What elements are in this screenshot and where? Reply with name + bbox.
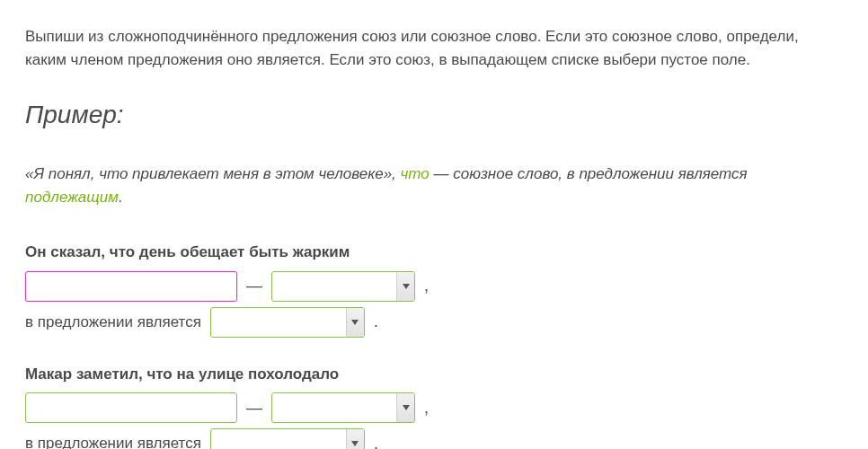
example-block: «Я понял, что привлекает меня в этом чел… [25, 163, 843, 208]
example-mid: — союзное слово, в предложении является [430, 165, 748, 182]
task-sentence: Он сказал, что день обещает быть жарким [25, 241, 843, 264]
type-select[interactable] [271, 392, 415, 423]
example-suffix: . [119, 189, 123, 206]
task-row-2: в предложении является . [25, 428, 843, 449]
answer-input[interactable] [25, 271, 237, 302]
instruction-text: Выпиши из сложноподчинённого предложения… [25, 25, 843, 71]
answer-input[interactable] [25, 392, 237, 423]
comma: , [424, 274, 429, 298]
comma: , [424, 396, 429, 420]
task-row-1: — , [25, 271, 843, 302]
example-prefix: «Я понял, что привлекает меня в этом чел… [25, 165, 401, 182]
dash-separator: — [246, 274, 262, 298]
dash-separator: — [246, 396, 262, 420]
example-role: подлежащим [25, 189, 119, 206]
role-select[interactable] [210, 307, 365, 338]
example-heading: Пример: [25, 96, 843, 134]
period: . [374, 310, 378, 334]
role-prefix-label: в предложении является [25, 311, 201, 334]
task-block: Макар заметил, что на улице похолодало —… [25, 363, 843, 450]
role-select[interactable] [210, 428, 365, 449]
role-select-wrap [210, 307, 365, 338]
example-answer-word: что [401, 165, 430, 182]
role-prefix-label: в предложении является [25, 432, 201, 449]
type-select-wrap [271, 271, 415, 302]
task-row-2: в предложении является . [25, 307, 843, 338]
task-row-1: — , [25, 392, 843, 423]
period: . [374, 432, 378, 450]
type-select[interactable] [271, 271, 415, 302]
type-select-wrap [271, 392, 415, 423]
role-select-wrap [210, 428, 365, 449]
task-block: Он сказал, что день обещает быть жарким … [25, 241, 843, 338]
task-sentence: Макар заметил, что на улице похолодало [25, 363, 843, 386]
